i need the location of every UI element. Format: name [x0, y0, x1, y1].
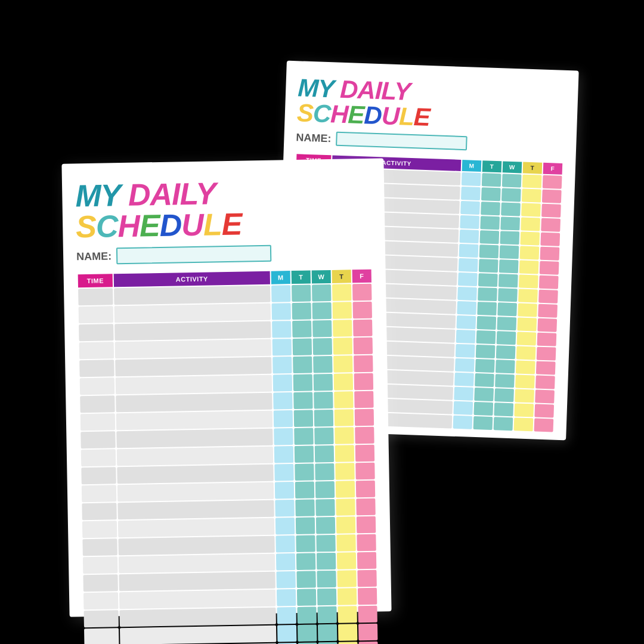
- back-cell-w[interactable]: [500, 245, 519, 259]
- front-cell-t[interactable]: [297, 606, 316, 624]
- front-cell-activity[interactable]: [118, 518, 274, 538]
- back-cell-t[interactable]: [479, 259, 499, 273]
- back-cell-t[interactable]: [475, 373, 494, 387]
- front-cell-w[interactable]: [314, 410, 333, 427]
- back-cell-f[interactable]: [540, 233, 560, 246]
- front-cell-activity[interactable]: [116, 429, 273, 448]
- front-cell-th[interactable]: [336, 534, 355, 552]
- front-cell-f[interactable]: [357, 552, 376, 569]
- front-cell-t[interactable]: [294, 428, 313, 445]
- front-cell-m[interactable]: [276, 553, 295, 571]
- front-cell-activity[interactable]: [118, 536, 274, 556]
- front-cell-activity[interactable]: [114, 286, 270, 305]
- back-cell-w[interactable]: [497, 331, 516, 345]
- back-cell-th[interactable]: [520, 246, 540, 259]
- back-cell-w[interactable]: [500, 231, 519, 244]
- front-cell-activity[interactable]: [116, 375, 272, 395]
- front-cell-m[interactable]: [273, 339, 292, 356]
- back-cell-w[interactable]: [496, 360, 515, 373]
- back-cell-w[interactable]: [494, 417, 513, 431]
- front-cell-activity[interactable]: [115, 339, 271, 359]
- back-cell-w[interactable]: [501, 188, 521, 202]
- back-cell-t[interactable]: [479, 230, 499, 244]
- back-cell-f[interactable]: [537, 347, 556, 361]
- back-cell-th[interactable]: [520, 232, 540, 246]
- back-cell-f[interactable]: [537, 318, 557, 332]
- front-cell-t[interactable]: [293, 338, 312, 355]
- front-cell-m[interactable]: [273, 374, 292, 392]
- front-cell-w[interactable]: [317, 571, 336, 588]
- back-cell-f[interactable]: [542, 190, 562, 203]
- back-cell-m[interactable]: [460, 201, 480, 215]
- back-cell-th[interactable]: [521, 203, 541, 217]
- back-cell-m[interactable]: [459, 230, 479, 243]
- front-cell-time[interactable]: [82, 521, 117, 538]
- front-cell-activity[interactable]: [114, 321, 271, 341]
- back-cell-w[interactable]: [499, 259, 519, 273]
- front-cell-activity[interactable]: [117, 482, 274, 502]
- front-cell-time[interactable]: [79, 324, 113, 341]
- front-cell-f[interactable]: [355, 409, 374, 426]
- front-cell-th[interactable]: [333, 338, 352, 355]
- back-cell-w[interactable]: [497, 302, 517, 316]
- front-cell-th[interactable]: [338, 606, 357, 623]
- front-cell-th[interactable]: [335, 427, 354, 444]
- back-cell-m[interactable]: [454, 373, 474, 386]
- front-cell-activity[interactable]: [119, 554, 275, 574]
- front-cell-t[interactable]: [296, 517, 315, 534]
- front-cell-th[interactable]: [335, 409, 354, 426]
- front-cell-th[interactable]: [335, 445, 354, 462]
- back-cell-t[interactable]: [478, 287, 497, 301]
- front-cell-w[interactable]: [317, 589, 336, 606]
- front-cell-f[interactable]: [353, 320, 372, 337]
- back-cell-th[interactable]: [518, 303, 537, 317]
- front-cell-t[interactable]: [295, 463, 314, 481]
- front-cell-t[interactable]: [297, 589, 316, 606]
- front-cell-th[interactable]: [333, 320, 352, 337]
- back-cell-t[interactable]: [476, 345, 496, 358]
- front-cell-time[interactable]: [81, 467, 116, 484]
- front-cell-w[interactable]: [317, 553, 336, 570]
- front-cell-f[interactable]: [355, 463, 374, 480]
- front-cell-activity[interactable]: [115, 357, 271, 377]
- front-cell-w[interactable]: [314, 428, 333, 445]
- front-cell-f[interactable]: [357, 534, 376, 552]
- back-cell-w[interactable]: [495, 374, 515, 388]
- back-cell-m[interactable]: [454, 387, 473, 401]
- back-cell-t[interactable]: [481, 187, 501, 201]
- back-cell-th[interactable]: [514, 403, 534, 417]
- front-cell-f[interactable]: [357, 570, 376, 587]
- back-cell-th[interactable]: [519, 274, 538, 288]
- front-cell-activity[interactable]: [114, 304, 271, 323]
- back-cell-f[interactable]: [541, 204, 561, 218]
- front-cell-f[interactable]: [354, 355, 373, 373]
- front-cell-w[interactable]: [313, 356, 332, 373]
- front-cell-w[interactable]: [313, 338, 332, 355]
- front-cell-th[interactable]: [337, 552, 356, 569]
- front-cell-m[interactable]: [273, 357, 292, 374]
- front-cell-w[interactable]: [317, 606, 336, 624]
- front-cell-activity[interactable]: [119, 608, 275, 627]
- back-cell-f[interactable]: [535, 390, 555, 404]
- front-cell-w[interactable]: [315, 481, 335, 499]
- front-cell-t[interactable]: [295, 499, 314, 516]
- front-cell-th[interactable]: [336, 516, 355, 534]
- front-cell-f[interactable]: [358, 624, 377, 641]
- back-cell-m[interactable]: [459, 258, 478, 272]
- front-cell-t[interactable]: [294, 410, 313, 427]
- front-cell-t[interactable]: [296, 571, 315, 588]
- back-cell-w[interactable]: [500, 216, 520, 230]
- back-cell-w[interactable]: [499, 274, 518, 287]
- back-cell-w[interactable]: [494, 388, 514, 402]
- front-cell-th[interactable]: [333, 355, 352, 373]
- front-cell-time[interactable]: [80, 413, 115, 431]
- back-cell-m[interactable]: [453, 401, 473, 415]
- front-cell-f[interactable]: [354, 391, 373, 408]
- front-cell-activity[interactable]: [117, 465, 273, 484]
- front-cell-m[interactable]: [277, 607, 296, 624]
- back-cell-th[interactable]: [516, 360, 535, 374]
- front-cell-f[interactable]: [357, 516, 376, 534]
- front-cell-th[interactable]: [334, 391, 353, 408]
- front-cell-time[interactable]: [83, 610, 118, 627]
- back-cell-m[interactable]: [456, 330, 476, 343]
